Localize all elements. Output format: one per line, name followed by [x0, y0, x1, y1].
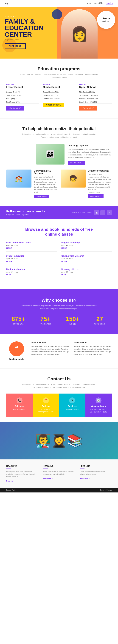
badge-line1: Study — [102, 17, 110, 20]
footer-col-3-title: HEADLINE — [80, 465, 112, 467]
contact-card-email: ✉ Email Us info@sample.com — [59, 394, 85, 417]
list-item[interactable]: Third Grade (8th) → — [43, 94, 75, 97]
program-btn-lower[interactable]: LEARN MORE — [6, 106, 24, 110]
service-community-image: 🧒 — [61, 170, 86, 188]
hero-circle-top-mid — [52, 9, 62, 20]
list-item[interactable]: Second Grade (7/8th) → — [43, 90, 75, 94]
nav-logo: logo — [5, 2, 9, 4]
contact-subtitle: Duis aute irure dolor in reprehenderit i… — [20, 383, 98, 389]
list-item[interactable]: Sixth Grade (11/12th) → — [79, 94, 112, 97]
testimonials-circle: ❝ — [9, 342, 24, 356]
stat-students: 875+ STUDENTS — [6, 316, 30, 325]
stat-number-students: 875+ — [6, 316, 30, 322]
list-item[interactable]: Third Grade (8th) → — [6, 94, 39, 97]
stat-number-teachers: 27 — [88, 316, 112, 322]
stat-label-teachers: TEACHERS — [88, 323, 112, 325]
stat-label-students: STUDENTS — [6, 323, 30, 325]
service-community-title: Join the community — [88, 170, 112, 172]
hero-cta-button[interactable]: READ MORE — [5, 43, 26, 49]
footer-col-3-readmore[interactable]: Read more → — [80, 478, 90, 479]
testimonials-label-block: ❝ Testimonials — [6, 342, 27, 361]
social-title: Follow us on social media — [6, 210, 45, 213]
footer-privacy[interactable]: Privacy Policy — [6, 489, 16, 491]
service-community-desc: Duis aute irure dolor in reprehenderit i… — [88, 173, 112, 191]
testimonials-inner: ❝ Testimonials NINA LARSON Duis aute iru… — [6, 342, 112, 361]
service-programs-btn[interactable]: LEARN MORE — [34, 194, 49, 198]
footer-col-3: HEADLINE Lorem ipsum dolor amet consecte… — [80, 465, 112, 482]
service-programs-content: Our Programs & Services Lorem ipsum dolo… — [34, 170, 57, 198]
class-item-english: English Language Ages 4-6 years MORE — [61, 242, 112, 252]
potential-title: To help children realize their potential — [6, 126, 112, 131]
list-item[interactable]: Pre-K (9th) → — [6, 97, 39, 100]
education-programs: Education programs Lorem ipsum dolor sit… — [0, 58, 118, 118]
stat-label-programs: PROGRAMS — [33, 323, 57, 325]
stat-events: 150+ EVENTS — [61, 316, 85, 325]
classes-grid: Free Online Math Class Ages 6-6 years MO… — [6, 242, 112, 281]
service-learning-btn[interactable]: LEARN MORE — [68, 160, 85, 165]
list-item[interactable]: Eighth Grade (13/14th) → — [79, 100, 112, 104]
footer-col-1-readmore[interactable]: Read more → — [6, 480, 16, 482]
class-age: Ages 4-6 years — [61, 244, 112, 246]
list-item[interactable]: First Grade (6/7th) → — [6, 100, 39, 104]
class-more[interactable]: MORE — [6, 274, 57, 276]
class-age: Ages 3-5 years — [61, 271, 112, 273]
class-more[interactable]: MORE — [6, 247, 57, 249]
class-item-math: Free Online Math Class Ages 6-6 years MO… — [6, 242, 57, 252]
class-more[interactable]: MORE — [61, 260, 112, 262]
footer-col-1-title: HEADLINE — [6, 465, 38, 467]
class-item-minecraft: Coding with Minecraft Ages 7-9 years MOR… — [61, 255, 112, 265]
service-learning-desc: Duis aute irure dolor in reprehenderit i… — [68, 148, 112, 159]
testimonial-nina-text: Duis aute irure dolor in reprehenderit i… — [31, 345, 70, 356]
contact-card-title-address: Address — [42, 405, 50, 407]
contact-cards: 📞 Call today +1 (234) 567-8910 📍 Address… — [6, 394, 112, 417]
class-age: Ages 7-9 years — [61, 258, 112, 260]
list-item[interactable]: Seventh Grade (12/13th) → — [79, 97, 112, 100]
class-name: English Language — [61, 242, 112, 244]
class-name: Drawing with Us — [61, 268, 112, 270]
programs-grid: Ages 7-15 Lower School Second Grade (7th… — [6, 84, 112, 110]
list-item[interactable]: Fifth Grade (10/11th) → — [79, 90, 112, 94]
social-banner: Follow us on social media Programs, Even… — [0, 206, 118, 219]
instagram-icon[interactable]: ○ — [107, 210, 112, 215]
footer-col-2-text: Nemo enim ipsam voluptatem quia voluptas… — [43, 470, 75, 476]
class-more[interactable]: MORE — [61, 274, 112, 276]
service-programs-image: 🏫 — [6, 170, 31, 188]
potential-header: To help children realize their potential… — [6, 126, 112, 138]
call-icon: 📞 — [17, 398, 23, 404]
programs-subtitle: Lorem ipsum dolor sit amet, consectetur … — [18, 73, 100, 79]
class-age: Ages 6-6 years — [6, 244, 57, 246]
footer-col-2-title: HEADLINE — [43, 465, 75, 467]
potential-subtitle: Duis aute irure dolor in reprehenderit i… — [20, 133, 98, 138]
hero-study-badge: Study with us! — [97, 11, 115, 29]
program-age-lower: Ages 7-15 — [6, 84, 39, 85]
hero-desc: Images from Freepik — [5, 39, 44, 40]
linkedin-icon[interactable]: in — [94, 210, 99, 215]
classes-left: Free Online Math Class Ages 6-6 years MO… — [6, 242, 57, 281]
nav-link-about[interactable]: About Us — [94, 2, 103, 5]
nav-link-landing[interactable]: Landing — [106, 2, 113, 5]
hero-welcome: WELCOME — [5, 16, 44, 17]
nav-link-home[interactable]: Home — [86, 2, 91, 5]
stat-number-events: 150+ — [61, 316, 85, 322]
class-more[interactable]: MORE — [6, 260, 57, 262]
social-subtitle: Programs, Events & Updates — [6, 214, 45, 216]
program-btn-upper[interactable]: LEARN MORE — [79, 106, 97, 110]
service-learning-content: Learning Together Duis aute irure dolor … — [68, 144, 112, 165]
testimonials-grid: NINA LARSON Duis aute irure dolor in rep… — [31, 342, 112, 356]
program-btn-middle[interactable]: MIDDLE SCHOOL — [43, 103, 64, 107]
footer-terms[interactable]: Terms of Service — [100, 489, 112, 491]
footer-col-1-divider — [6, 468, 11, 469]
testimonials-title: Testimonials — [9, 358, 24, 361]
list-item[interactable]: Fourth Grade (9/10th) → — [43, 97, 75, 100]
stats-grid: 875+ STUDENTS 75+ PROGRAMS 150+ EVENTS 2… — [6, 316, 112, 325]
testimonials-section: ❝ Testimonials NINA LARSON Duis aute iru… — [0, 334, 118, 368]
class-more[interactable]: MORE — [61, 247, 112, 249]
list-item[interactable]: Second Grade (7th) → — [6, 90, 39, 94]
facebook-icon[interactable]: f — [100, 210, 105, 215]
footer-col-2-readmore[interactable]: Read more → — [43, 478, 53, 479]
hero-title: FAMILY & EDUCATION CENTER — [5, 18, 44, 38]
footer-col-2: HEADLINE Nemo enim ipsam voluptatem quia… — [43, 465, 75, 482]
contact-card-info-address: Moonshine St.Washington DC, 21442 — [38, 408, 54, 413]
hero-text-block: WELCOME FAMILY & EDUCATION CENTER Images… — [5, 16, 44, 49]
service-community-btn[interactable]: LEARN MORE — [88, 194, 103, 198]
